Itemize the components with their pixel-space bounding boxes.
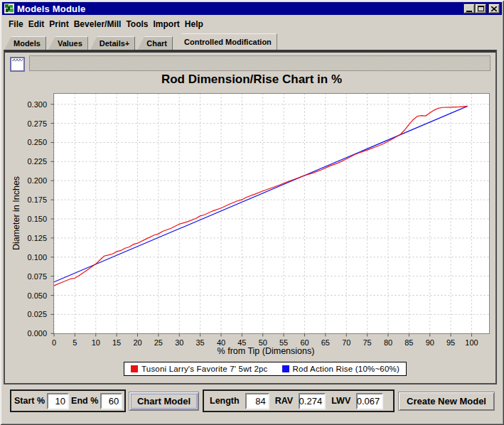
app-window: Models Module FileEditPrintBeveler/MillT… <box>0 0 504 425</box>
rav-input[interactable]: 0.274 <box>299 393 326 409</box>
length-input[interactable]: 84 <box>245 393 269 409</box>
title-bar[interactable]: Models Module <box>2 2 502 15</box>
tab-details[interactable]: Details+ <box>90 36 136 50</box>
end-percent-input[interactable]: 60 <box>100 393 122 409</box>
minimize-button[interactable] <box>463 4 475 14</box>
y-axis-title: Diameter in Inches <box>11 163 21 263</box>
start-percent-input[interactable]: 10 <box>47 393 69 409</box>
menu-item-print[interactable]: Print <box>48 18 69 31</box>
tab-models[interactable]: Models <box>4 36 46 50</box>
legend-item: Rod Action Rise (10%~60%) <box>282 365 400 373</box>
tab-values[interactable]: Values <box>48 36 88 50</box>
menu-item-beveler-mill[interactable]: Beveler/Mill <box>73 18 122 31</box>
tab-chart[interactable]: Chart <box>137 36 173 50</box>
lwv-input[interactable]: 0.067 <box>356 393 383 409</box>
chart-legend: Tusoni Larry's Favorite 7' 5wt 2pcRod Ac… <box>124 362 407 376</box>
model-params-groupbox: Length 84 RAV 0.274 LWV 0.067 <box>203 389 395 412</box>
end-percent-label: End % <box>71 396 98 406</box>
create-new-model-button[interactable]: Create New Model <box>398 392 495 411</box>
legend-swatch <box>282 365 289 372</box>
rav-label: RAV <box>275 396 293 406</box>
maximize-icon <box>478 6 484 11</box>
minimize-icon <box>466 11 472 12</box>
tab-controlled-modification[interactable]: Controlled Modification <box>175 33 277 50</box>
chart-title: Rod Dimension/Rise Chart in % <box>3 72 500 87</box>
menu-item-import[interactable]: Import <box>153 18 181 31</box>
content-panel <box>4 50 497 384</box>
chart-model-button[interactable]: Chart Model <box>129 392 199 411</box>
app-icon <box>4 4 14 14</box>
toolbar-window-icon-button[interactable] <box>10 57 25 72</box>
focus-ring <box>131 394 197 409</box>
x-axis-title: % from Tip (Dimensions) <box>53 346 479 356</box>
legend-item: Tusoni Larry's Favorite 7' 5wt 2pc <box>131 365 268 373</box>
window-title: Models Module <box>17 4 86 14</box>
range-groupbox: Start % 10 End % 60 <box>10 389 126 412</box>
legend-label: Tusoni Larry's Favorite 7' 5wt 2pc <box>141 365 268 373</box>
length-label: Length <box>210 396 240 406</box>
menu-item-tools[interactable]: Tools <box>125 18 149 31</box>
maximize-button[interactable] <box>475 4 486 14</box>
start-percent-label: Start % <box>14 396 45 406</box>
close-icon <box>491 6 497 11</box>
toolbar-drag-area <box>29 55 490 71</box>
menu-bar: FileEditPrintBeveler/MillToolsImportHelp <box>2 15 502 33</box>
menu-item-edit[interactable]: Edit <box>28 18 45 31</box>
close-button[interactable] <box>488 4 500 14</box>
tab-bar: ModelsValuesDetails+ChartControlled Modi… <box>4 33 277 50</box>
legend-label: Rod Action Rise (10%~60%) <box>293 365 400 373</box>
legend-swatch <box>131 365 138 372</box>
lwv-label: LWV <box>331 396 350 406</box>
window-dots-icon <box>12 59 23 61</box>
menu-item-help[interactable]: Help <box>184 18 204 31</box>
menu-item-file[interactable]: File <box>8 18 24 31</box>
